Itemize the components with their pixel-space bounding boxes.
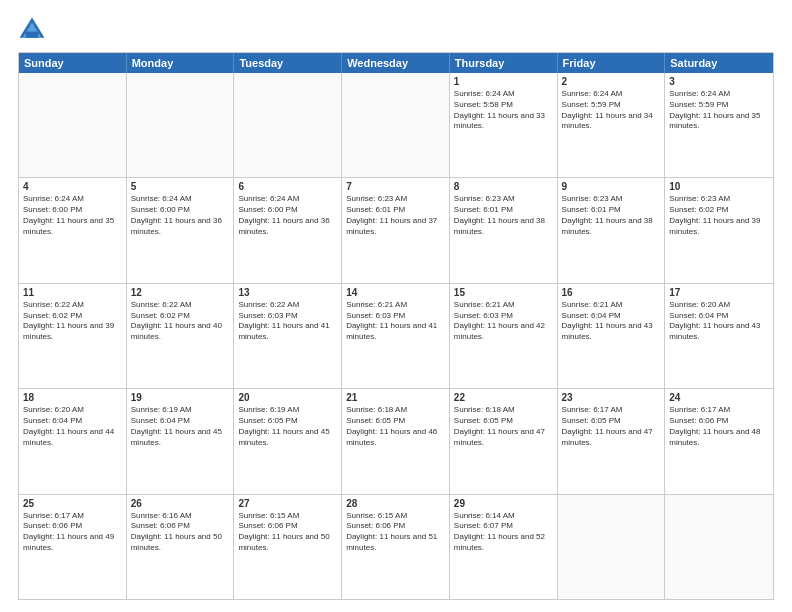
calendar-cell	[234, 73, 342, 177]
calendar-cell: 8Sunrise: 6:23 AM Sunset: 6:01 PM Daylig…	[450, 178, 558, 282]
day-number: 22	[454, 392, 553, 403]
calendar-cell	[19, 73, 127, 177]
calendar-cell: 14Sunrise: 6:21 AM Sunset: 6:03 PM Dayli…	[342, 284, 450, 388]
day-info: Sunrise: 6:17 AM Sunset: 6:06 PM Dayligh…	[23, 511, 122, 554]
calendar-cell: 1Sunrise: 6:24 AM Sunset: 5:58 PM Daylig…	[450, 73, 558, 177]
calendar-header-cell: Saturday	[665, 53, 773, 73]
calendar-cell: 16Sunrise: 6:21 AM Sunset: 6:04 PM Dayli…	[558, 284, 666, 388]
day-info: Sunrise: 6:23 AM Sunset: 6:01 PM Dayligh…	[562, 194, 661, 237]
day-number: 24	[669, 392, 769, 403]
calendar-week-row: 18Sunrise: 6:20 AM Sunset: 6:04 PM Dayli…	[19, 388, 773, 493]
calendar-cell: 12Sunrise: 6:22 AM Sunset: 6:02 PM Dayli…	[127, 284, 235, 388]
day-info: Sunrise: 6:24 AM Sunset: 5:58 PM Dayligh…	[454, 89, 553, 132]
calendar-week-row: 11Sunrise: 6:22 AM Sunset: 6:02 PM Dayli…	[19, 283, 773, 388]
calendar-cell: 24Sunrise: 6:17 AM Sunset: 6:06 PM Dayli…	[665, 389, 773, 493]
logo	[18, 16, 50, 44]
day-number: 14	[346, 287, 445, 298]
day-number: 13	[238, 287, 337, 298]
calendar-week-row: 1Sunrise: 6:24 AM Sunset: 5:58 PM Daylig…	[19, 73, 773, 177]
calendar-cell: 28Sunrise: 6:15 AM Sunset: 6:06 PM Dayli…	[342, 495, 450, 599]
day-info: Sunrise: 6:21 AM Sunset: 6:04 PM Dayligh…	[562, 300, 661, 343]
calendar-cell: 6Sunrise: 6:24 AM Sunset: 6:00 PM Daylig…	[234, 178, 342, 282]
day-number: 15	[454, 287, 553, 298]
calendar-header-cell: Friday	[558, 53, 666, 73]
day-info: Sunrise: 6:15 AM Sunset: 6:06 PM Dayligh…	[346, 511, 445, 554]
day-info: Sunrise: 6:18 AM Sunset: 6:05 PM Dayligh…	[346, 405, 445, 448]
calendar-cell: 26Sunrise: 6:16 AM Sunset: 6:06 PM Dayli…	[127, 495, 235, 599]
calendar-cell	[342, 73, 450, 177]
day-info: Sunrise: 6:23 AM Sunset: 6:01 PM Dayligh…	[454, 194, 553, 237]
logo-icon	[18, 16, 46, 44]
calendar-cell	[558, 495, 666, 599]
day-number: 18	[23, 392, 122, 403]
calendar-cell: 29Sunrise: 6:14 AM Sunset: 6:07 PM Dayli…	[450, 495, 558, 599]
day-number: 9	[562, 181, 661, 192]
calendar-cell: 20Sunrise: 6:19 AM Sunset: 6:05 PM Dayli…	[234, 389, 342, 493]
day-number: 21	[346, 392, 445, 403]
day-number: 2	[562, 76, 661, 87]
calendar-cell: 9Sunrise: 6:23 AM Sunset: 6:01 PM Daylig…	[558, 178, 666, 282]
day-info: Sunrise: 6:22 AM Sunset: 6:02 PM Dayligh…	[131, 300, 230, 343]
day-number: 4	[23, 181, 122, 192]
day-info: Sunrise: 6:16 AM Sunset: 6:06 PM Dayligh…	[131, 511, 230, 554]
calendar-header-cell: Wednesday	[342, 53, 450, 73]
calendar-cell: 27Sunrise: 6:15 AM Sunset: 6:06 PM Dayli…	[234, 495, 342, 599]
calendar-cell: 19Sunrise: 6:19 AM Sunset: 6:04 PM Dayli…	[127, 389, 235, 493]
day-number: 11	[23, 287, 122, 298]
day-number: 27	[238, 498, 337, 509]
calendar-cell: 7Sunrise: 6:23 AM Sunset: 6:01 PM Daylig…	[342, 178, 450, 282]
day-info: Sunrise: 6:24 AM Sunset: 6:00 PM Dayligh…	[131, 194, 230, 237]
day-info: Sunrise: 6:19 AM Sunset: 6:04 PM Dayligh…	[131, 405, 230, 448]
calendar-header-row: SundayMondayTuesdayWednesdayThursdayFrid…	[19, 53, 773, 73]
day-number: 8	[454, 181, 553, 192]
day-number: 23	[562, 392, 661, 403]
calendar-cell: 5Sunrise: 6:24 AM Sunset: 6:00 PM Daylig…	[127, 178, 235, 282]
day-number: 17	[669, 287, 769, 298]
day-number: 28	[346, 498, 445, 509]
svg-rect-2	[26, 32, 38, 38]
calendar-header-cell: Thursday	[450, 53, 558, 73]
day-info: Sunrise: 6:19 AM Sunset: 6:05 PM Dayligh…	[238, 405, 337, 448]
calendar-cell: 21Sunrise: 6:18 AM Sunset: 6:05 PM Dayli…	[342, 389, 450, 493]
calendar-cell: 22Sunrise: 6:18 AM Sunset: 6:05 PM Dayli…	[450, 389, 558, 493]
calendar-cell: 18Sunrise: 6:20 AM Sunset: 6:04 PM Dayli…	[19, 389, 127, 493]
day-number: 10	[669, 181, 769, 192]
day-number: 16	[562, 287, 661, 298]
day-info: Sunrise: 6:22 AM Sunset: 6:03 PM Dayligh…	[238, 300, 337, 343]
calendar-cell: 23Sunrise: 6:17 AM Sunset: 6:05 PM Dayli…	[558, 389, 666, 493]
day-info: Sunrise: 6:24 AM Sunset: 6:00 PM Dayligh…	[23, 194, 122, 237]
calendar-cell: 3Sunrise: 6:24 AM Sunset: 5:59 PM Daylig…	[665, 73, 773, 177]
day-number: 5	[131, 181, 230, 192]
day-info: Sunrise: 6:18 AM Sunset: 6:05 PM Dayligh…	[454, 405, 553, 448]
calendar-cell: 4Sunrise: 6:24 AM Sunset: 6:00 PM Daylig…	[19, 178, 127, 282]
day-info: Sunrise: 6:23 AM Sunset: 6:01 PM Dayligh…	[346, 194, 445, 237]
calendar-cell: 11Sunrise: 6:22 AM Sunset: 6:02 PM Dayli…	[19, 284, 127, 388]
day-info: Sunrise: 6:24 AM Sunset: 6:00 PM Dayligh…	[238, 194, 337, 237]
day-number: 26	[131, 498, 230, 509]
day-info: Sunrise: 6:15 AM Sunset: 6:06 PM Dayligh…	[238, 511, 337, 554]
header	[18, 16, 774, 44]
calendar-header-cell: Sunday	[19, 53, 127, 73]
calendar-cell: 13Sunrise: 6:22 AM Sunset: 6:03 PM Dayli…	[234, 284, 342, 388]
day-info: Sunrise: 6:23 AM Sunset: 6:02 PM Dayligh…	[669, 194, 769, 237]
calendar-cell: 25Sunrise: 6:17 AM Sunset: 6:06 PM Dayli…	[19, 495, 127, 599]
day-info: Sunrise: 6:24 AM Sunset: 5:59 PM Dayligh…	[562, 89, 661, 132]
day-info: Sunrise: 6:14 AM Sunset: 6:07 PM Dayligh…	[454, 511, 553, 554]
calendar-cell	[665, 495, 773, 599]
day-info: Sunrise: 6:17 AM Sunset: 6:06 PM Dayligh…	[669, 405, 769, 448]
page: SundayMondayTuesdayWednesdayThursdayFrid…	[0, 0, 792, 612]
day-info: Sunrise: 6:17 AM Sunset: 6:05 PM Dayligh…	[562, 405, 661, 448]
day-number: 1	[454, 76, 553, 87]
day-info: Sunrise: 6:21 AM Sunset: 6:03 PM Dayligh…	[454, 300, 553, 343]
day-number: 12	[131, 287, 230, 298]
day-number: 25	[23, 498, 122, 509]
day-number: 3	[669, 76, 769, 87]
calendar-cell	[127, 73, 235, 177]
calendar-cell: 15Sunrise: 6:21 AM Sunset: 6:03 PM Dayli…	[450, 284, 558, 388]
day-info: Sunrise: 6:20 AM Sunset: 6:04 PM Dayligh…	[23, 405, 122, 448]
day-number: 7	[346, 181, 445, 192]
calendar-week-row: 25Sunrise: 6:17 AM Sunset: 6:06 PM Dayli…	[19, 494, 773, 599]
day-number: 19	[131, 392, 230, 403]
calendar-cell: 17Sunrise: 6:20 AM Sunset: 6:04 PM Dayli…	[665, 284, 773, 388]
calendar-header-cell: Tuesday	[234, 53, 342, 73]
